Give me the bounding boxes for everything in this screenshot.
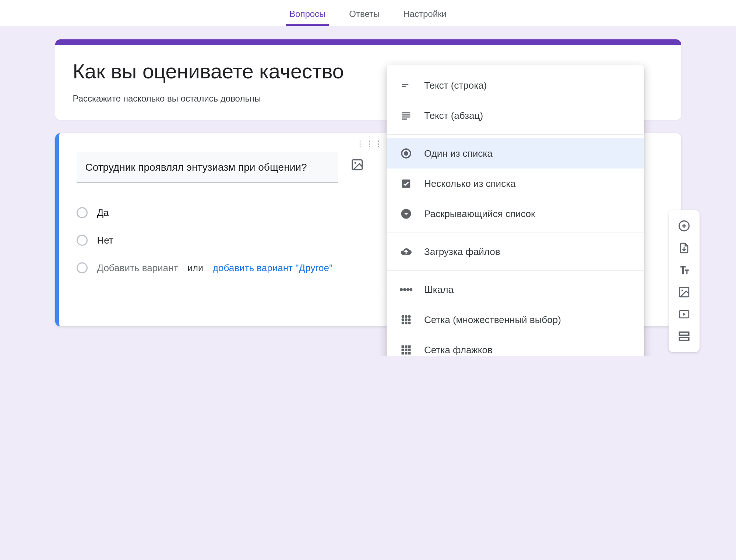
menu-separator — [387, 233, 644, 233]
plus-circle-icon — [677, 219, 691, 233]
type-label: Текст (абзац) — [424, 110, 483, 121]
type-label: Шкала — [424, 284, 454, 295]
tab-responses[interactable]: Ответы — [348, 7, 381, 26]
svg-rect-34 — [405, 352, 408, 355]
cb-grid-icon — [399, 343, 413, 356]
add-section-button[interactable] — [674, 326, 694, 346]
radio-icon — [77, 235, 88, 246]
svg-rect-32 — [408, 349, 411, 351]
svg-rect-29 — [408, 345, 411, 348]
type-multiple-choice[interactable]: Один из списка — [387, 138, 644, 169]
import-icon — [678, 242, 690, 254]
svg-rect-5 — [402, 112, 411, 113]
type-label: Один из списка — [424, 148, 493, 159]
svg-point-17 — [410, 288, 412, 291]
svg-rect-30 — [402, 349, 404, 351]
add-other-button[interactable]: добавить вариант "Другое" — [213, 262, 332, 274]
svg-rect-27 — [402, 345, 404, 348]
svg-point-41 — [682, 290, 683, 291]
or-label: или — [187, 263, 203, 273]
top-tabbar: Вопросы Ответы Настройки — [0, 0, 736, 26]
svg-rect-43 — [679, 332, 689, 336]
question-type-menu: Текст (строка) Текст (абзац) Один из спи… — [387, 65, 644, 356]
svg-rect-3 — [402, 84, 409, 85]
short-text-icon — [399, 78, 413, 92]
image-icon — [351, 158, 364, 171]
svg-rect-35 — [408, 352, 411, 355]
add-image-button-side[interactable] — [674, 282, 694, 302]
menu-separator — [387, 270, 644, 271]
type-short-answer[interactable]: Текст (строка) — [387, 70, 644, 100]
type-linear-scale[interactable]: Шкала — [387, 274, 644, 305]
checkbox-icon — [399, 177, 413, 191]
add-question-button[interactable] — [674, 216, 694, 236]
svg-rect-33 — [402, 352, 404, 355]
radio-icon — [77, 262, 88, 273]
svg-rect-28 — [405, 345, 408, 348]
add-video-button[interactable] — [674, 304, 694, 324]
type-checkboxes[interactable]: Несколько из списка — [387, 169, 644, 199]
svg-point-20 — [408, 315, 411, 318]
svg-point-10 — [404, 151, 408, 156]
add-image-button[interactable] — [349, 157, 365, 173]
type-label: Текст (строка) — [424, 80, 487, 91]
radio-icon — [77, 207, 88, 218]
tab-questions[interactable]: Вопросы — [288, 7, 327, 26]
svg-rect-31 — [405, 349, 408, 351]
section-icon — [678, 330, 690, 343]
add-title-button[interactable] — [674, 260, 694, 280]
svg-point-24 — [402, 322, 405, 325]
svg-rect-7 — [402, 117, 411, 118]
svg-point-15 — [403, 288, 406, 291]
svg-rect-8 — [402, 118, 407, 120]
svg-point-19 — [405, 315, 408, 318]
type-dropdown[interactable]: Раскрывающийся список — [387, 199, 644, 229]
paragraph-icon — [399, 109, 413, 123]
svg-point-23 — [408, 318, 411, 321]
type-label: Загрузка файлов — [424, 246, 500, 258]
svg-point-25 — [405, 322, 408, 325]
svg-point-16 — [406, 288, 409, 291]
type-file-upload[interactable]: Загрузка файлов — [387, 237, 644, 267]
title-icon — [678, 264, 690, 276]
import-questions-button[interactable] — [674, 238, 694, 258]
svg-rect-44 — [679, 337, 689, 341]
type-label: Сетка флажков — [424, 344, 493, 356]
drag-handle-icon[interactable]: ⋮⋮⋮ — [356, 139, 384, 149]
mc-grid-icon — [399, 313, 413, 327]
menu-separator — [387, 134, 644, 135]
tab-settings[interactable]: Настройки — [402, 7, 448, 26]
svg-point-26 — [408, 322, 411, 325]
svg-point-14 — [400, 288, 403, 291]
svg-point-22 — [405, 318, 408, 321]
svg-rect-4 — [402, 86, 406, 87]
type-cb-grid[interactable]: Сетка флажков — [387, 335, 644, 356]
video-icon — [678, 308, 690, 320]
cloud-upload-icon — [399, 245, 413, 259]
option-label[interactable]: Да — [97, 207, 109, 219]
add-option-button[interactable]: Добавить вариант — [97, 262, 178, 274]
side-toolbar — [669, 210, 700, 352]
question-title-input[interactable]: Сотрудник проявлял энтузиазм при общении… — [77, 152, 338, 183]
option-label[interactable]: Нет — [97, 235, 113, 246]
radio-selected-icon — [399, 146, 413, 160]
svg-point-21 — [402, 318, 405, 321]
type-label: Несколько из списка — [424, 178, 516, 189]
svg-point-1 — [354, 162, 356, 164]
type-label: Раскрывающийся список — [424, 208, 535, 220]
svg-rect-6 — [402, 114, 411, 116]
linear-scale-icon — [399, 283, 413, 297]
type-paragraph[interactable]: Текст (абзац) — [387, 100, 644, 131]
type-mc-grid[interactable]: Сетка (множественный выбор) — [387, 305, 644, 335]
dropdown-icon — [399, 207, 413, 221]
type-label: Сетка (множественный выбор) — [424, 314, 561, 326]
svg-point-18 — [402, 315, 405, 318]
image-icon — [678, 286, 690, 298]
